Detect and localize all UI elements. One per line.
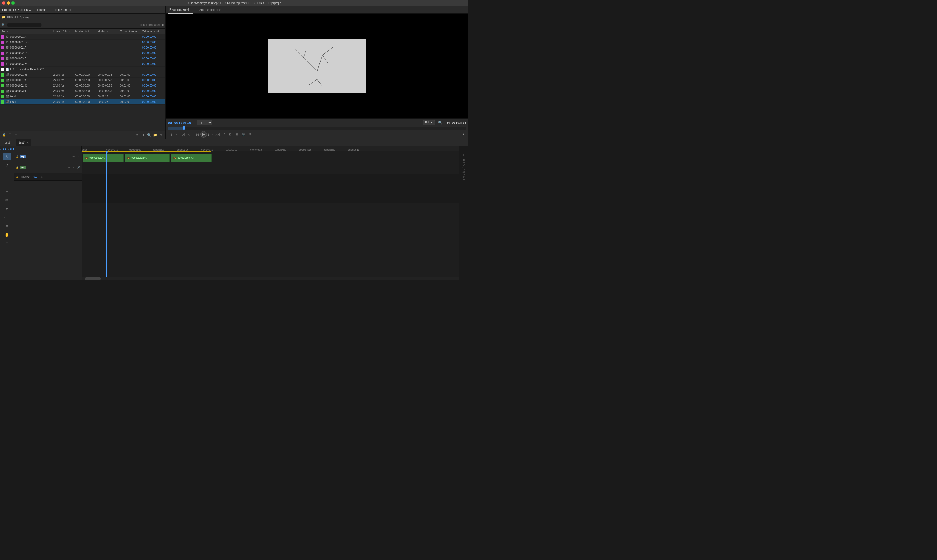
file-row[interactable]: 🎬 000001003-%l 24.00 fps 00:00:00:00 00:… <box>0 88 165 94</box>
file-row[interactable]: 🎬 000001001-%l 24.00 fps 00:00:00:00 00:… <box>0 72 165 78</box>
slide-tool-btn[interactable]: ⇐⇒ <box>3 214 11 221</box>
go-to-out-btn[interactable]: ▷▷| <box>214 132 220 137</box>
a1-mic-icon[interactable]: 🎤 <box>76 166 80 169</box>
settings-icon[interactable]: ≡ <box>135 133 139 137</box>
col-mediaend-header[interactable]: Media End <box>97 30 120 33</box>
text-tool-btn[interactable]: T <box>3 240 11 247</box>
play-btn[interactable]: ▶ <box>200 131 207 138</box>
razor-tool-btn[interactable]: ✂ <box>3 196 11 204</box>
clip-000001003[interactable]: fx 000001003-%l <box>171 154 212 162</box>
ruler-container: 00:00 00:00:00:12 00:00:01:00 00:00:01:1… <box>82 146 459 151</box>
go-to-in-btn[interactable]: |◁◁ <box>187 132 193 137</box>
v1-track-content[interactable]: fx 000001001-%l fx 000001002-%l <box>82 152 459 163</box>
clip-000001002[interactable]: fx 000001002-%l <box>125 154 170 162</box>
file-row[interactable]: 🖼 000001003-BG 00:00:00:00 <box>0 61 165 67</box>
source-tab[interactable]: Source: (no clips) <box>197 6 224 14</box>
zoom-slider[interactable]: ○————— <box>20 133 24 137</box>
rate-stretch-btn[interactable]: ↔ <box>3 188 11 195</box>
program-timecode[interactable]: 00:00:00:15 <box>168 121 195 125</box>
file-row[interactable]: 🎬 000001002-%l 24.00 fps 00:00:00:00 00:… <box>0 83 165 88</box>
col-name-header[interactable]: Name <box>1 30 53 33</box>
master-lock-icon[interactable]: 🔒 <box>16 175 19 178</box>
export-frame-btn[interactable]: 📷 <box>240 132 246 137</box>
track-select-tool-btn[interactable]: ↗ <box>3 162 11 169</box>
a1-m-btn[interactable]: M <box>67 166 71 169</box>
mark-in-btn[interactable]: ◁ <box>168 132 173 137</box>
file-name: FCP Translation Results 201 <box>10 68 53 71</box>
master-collapse-icon[interactable]: ◁▷ <box>40 175 44 178</box>
full-dropdown[interactable]: Full ▼ <box>423 120 435 125</box>
effects-tab[interactable]: Effects <box>37 8 46 11</box>
file-row[interactable]: 🎬 test4 24.00 fps 00:00:00:00 00:02:23 0… <box>0 94 165 99</box>
scrubber-handle[interactable] <box>183 126 185 130</box>
slip-tool-btn[interactable]: ⇔ <box>3 205 11 212</box>
find-btn[interactable]: ⏸ <box>141 133 145 137</box>
file-row[interactable]: 🖼 000001001-A 00:00:00:00 <box>0 34 165 40</box>
search-bin-btn[interactable]: 🔍 <box>147 133 151 137</box>
step-back-btn[interactable]: ◁◁ <box>194 132 199 137</box>
scrubber-area[interactable] <box>168 127 466 130</box>
close-button[interactable] <box>2 2 5 5</box>
pen-tool-btn[interactable]: ✒ <box>3 222 11 230</box>
scroll-thumb[interactable] <box>85 277 101 280</box>
col-mediastart-header[interactable]: Media Start <box>75 30 97 33</box>
col-mediaduration-header[interactable]: Media Duration <box>120 30 142 33</box>
fit-dropdown[interactable]: Fit 25% 50% 75% 100% <box>197 120 212 125</box>
file-row[interactable]: 🖼 000001002-BG 00:00:00:00 <box>0 51 165 56</box>
file-list[interactable]: 🖼 000001001-A 00:00:00:00 🖼 000001001-BG… <box>0 34 165 131</box>
a1-track-content[interactable] <box>82 163 459 174</box>
safe-margins-btn[interactable]: ⊡ <box>228 132 233 137</box>
clip-000001001[interactable]: fx 000001001-%l <box>83 154 123 162</box>
hand-tool-btn[interactable]: ✋ <box>3 231 11 238</box>
maximize-button[interactable] <box>11 2 15 5</box>
project-label[interactable]: Project: HUB XFER ≡ <box>2 8 31 11</box>
timeline-tab-test4-active[interactable]: test4 ✕ <box>16 139 31 146</box>
v1-lock-icon[interactable]: 🔒 <box>16 155 19 158</box>
col-framerate-header[interactable]: Frame Rate ▲ <box>53 30 75 33</box>
file-row[interactable]: 🖼 000001003-A 00:00:00:00 <box>0 56 165 61</box>
settings-btn2[interactable]: ⚙ <box>247 132 253 137</box>
minimize-button[interactable] <box>7 2 10 5</box>
step-fwd-btn[interactable]: ▷▷ <box>208 132 213 137</box>
timeline-tab-test4-inactive[interactable]: test4 <box>2 139 14 146</box>
loop-btn[interactable]: ↺ <box>221 132 227 137</box>
clear-btn[interactable]: 🗑 <box>159 133 163 137</box>
file-row[interactable]: 📄 FCP Translation Results 201 <box>0 67 165 72</box>
file-row[interactable]: 🎬 000001001-%l 24.00 fps 00:00:00:00 00:… <box>0 78 165 83</box>
rolling-tool-btn[interactable]: ⊢ <box>3 179 11 186</box>
v1-sync-icon[interactable]: ○ <box>76 155 80 159</box>
list-view-btn[interactable]: ☰ <box>8 133 12 137</box>
select-tool-btn[interactable]: ↖ <box>3 153 11 160</box>
master-track-content <box>82 174 459 182</box>
file-color-box <box>1 89 5 93</box>
file-mediaduration: 00:01:00 <box>120 79 142 82</box>
master-volume[interactable]: 0.0 <box>34 175 37 178</box>
col-videoinpoint-header[interactable]: Video In Point <box>142 30 164 33</box>
new-bin-btn[interactable]: 📁 <box>153 133 157 137</box>
zoom-icon[interactable]: 🔍 <box>438 121 442 125</box>
a1-s-btn[interactable]: S <box>72 166 76 169</box>
output-settings-btn[interactable]: ⊟ <box>234 132 239 137</box>
v1-eye-icon[interactable]: 👁 <box>72 155 76 159</box>
next-keyframe-btn[interactable]: ▷| <box>181 132 186 137</box>
timeline-ruler-area: 00:00 00:00:00:12 00:00:01:00 00:00:01:1… <box>82 146 459 151</box>
prev-keyframe-btn[interactable]: |◁ <box>174 132 180 137</box>
bottom-section: test4 test4 ✕ 00:00:00:15 ↖ ↗ ⊣ ⊢ ↔ ✂ ⇔ … <box>0 139 468 280</box>
content-col: 00:00 00:00:00:12 00:00:01:00 00:00:01:1… <box>82 146 459 280</box>
lock-bin-icon[interactable]: 🔒 <box>2 133 6 137</box>
add-btn[interactable]: + <box>461 132 466 137</box>
program-tab[interactable]: Program: test4 ≡ <box>168 6 193 14</box>
scrubber-played <box>168 127 183 130</box>
ripple-tool-btn[interactable]: ⊣ <box>3 170 11 178</box>
list-view-icon[interactable]: ⊞ <box>43 23 46 27</box>
file-row[interactable]: 🖼 000001001-BG 00:00:00:00 <box>0 40 165 45</box>
search-input[interactable] <box>6 23 42 28</box>
timeline-tab-close[interactable]: ✕ <box>26 141 29 144</box>
effect-controls-tab[interactable]: Effect Controls <box>53 8 72 11</box>
program-tab-menu-icon[interactable]: ≡ <box>190 8 192 11</box>
file-row[interactable]: 🖼 000001002-A 00:00:00:00 <box>0 45 165 51</box>
file-row[interactable]: 🎬 test4 24.00 fps 00:00:00:00 00:02:23 0… <box>0 99 165 105</box>
timeline-scroll-bar[interactable] <box>82 277 459 280</box>
file-name: 000001001-%l <box>10 73 53 76</box>
a1-lock-icon[interactable]: 🔒 <box>16 166 19 169</box>
